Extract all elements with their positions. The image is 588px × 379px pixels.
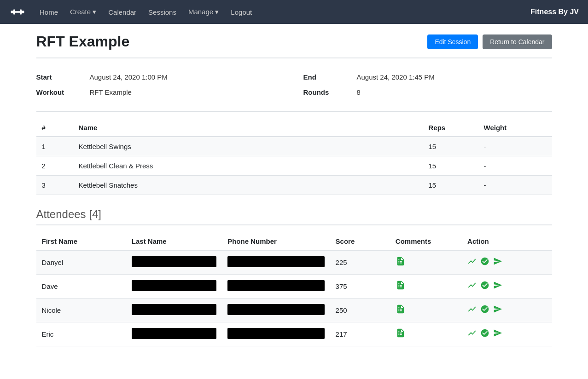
exercise-name: Kettlebell Swings	[73, 137, 423, 156]
start-value: August 24, 2020 1:00 PM	[90, 73, 168, 81]
exercises-table: # Name Reps Weight 1 Kettlebell Swings 1…	[36, 119, 552, 195]
send-icon[interactable]	[493, 281, 502, 292]
start-label: Start	[36, 73, 82, 81]
attendees-tbody: Danyel 225	[36, 250, 552, 346]
svg-rect-2	[13, 10, 15, 15]
attendee-phone	[222, 250, 330, 275]
page-title: RFT Example	[36, 33, 130, 50]
col-header-weight: Weight	[478, 119, 552, 137]
chart-icon[interactable]	[467, 328, 477, 340]
navbar: Home Create ▾ Calendar Sessions Manage ▾…	[0, 0, 588, 24]
attendee-row: Dave 375	[36, 275, 552, 299]
send-icon[interactable]	[493, 328, 502, 340]
rounds-row: Rounds 8	[303, 88, 552, 96]
attendee-firstname: Dave	[36, 275, 126, 299]
attendee-score: 375	[330, 275, 390, 299]
nav-home[interactable]: Home	[35, 6, 63, 19]
attendee-row: Nicole 250	[36, 299, 552, 322]
col-header-comments: Comments	[390, 233, 462, 250]
nav-links: Home Create ▾ Calendar Sessions Manage ▾…	[35, 5, 530, 19]
edit-session-button[interactable]: Edit Session	[427, 34, 478, 49]
rounds-label: Rounds	[303, 88, 349, 96]
chart-icon[interactable]	[467, 304, 477, 316]
comments-icon[interactable]	[396, 306, 406, 316]
attendee-comments	[390, 275, 462, 299]
exercises-thead: # Name Reps Weight	[36, 119, 552, 137]
attendees-table: First Name Last Name Phone Number Score …	[36, 233, 552, 346]
check-circle-icon[interactable]	[480, 281, 489, 292]
nav-create[interactable]: Create ▾	[65, 5, 101, 19]
check-circle-icon[interactable]	[480, 304, 489, 316]
col-header-num: #	[36, 119, 73, 137]
comments-icon[interactable]	[396, 282, 406, 292]
col-header-score: Score	[330, 233, 390, 250]
exercise-num: 2	[36, 156, 73, 176]
workout-label: Workout	[36, 88, 82, 96]
exercise-num: 1	[36, 137, 73, 156]
col-header-phone: Phone Number	[222, 233, 330, 250]
attendee-comments	[390, 322, 462, 346]
session-info: Start August 24, 2020 1:00 PM End August…	[36, 66, 552, 107]
svg-rect-4	[15, 11, 20, 13]
attendee-action	[462, 275, 552, 299]
attendee-row: Danyel 225	[36, 250, 552, 275]
exercise-row: 1 Kettlebell Swings 15 -	[36, 137, 552, 156]
attendees-header: Attendees [4]	[36, 208, 552, 221]
attendees-divider	[36, 224, 552, 225]
nav-sessions[interactable]: Sessions	[144, 6, 181, 19]
attendee-action	[462, 299, 552, 322]
attendee-lastname	[126, 322, 222, 346]
attendee-action	[462, 250, 552, 275]
comments-icon[interactable]	[396, 330, 406, 340]
attendees-count: [4]	[89, 208, 101, 220]
attendee-phone	[222, 322, 330, 346]
attendee-row: Eric 217	[36, 322, 552, 346]
attendee-action	[462, 322, 552, 346]
exercise-weight: -	[478, 137, 552, 156]
col-header-action: Action	[462, 233, 552, 250]
col-header-reps: Reps	[423, 119, 478, 137]
end-label: End	[303, 73, 349, 81]
attendee-score: 217	[330, 322, 390, 346]
attendee-lastname	[126, 299, 222, 322]
check-circle-icon[interactable]	[480, 257, 489, 268]
return-to-calendar-button[interactable]: Return to Calendar	[483, 34, 552, 49]
attendee-score: 250	[330, 299, 390, 322]
attendee-comments	[390, 250, 462, 275]
col-header-lastname: Last Name	[126, 233, 222, 250]
exercise-row: 3 Kettlebell Snatches 15 -	[36, 176, 552, 195]
exercise-reps: 15	[423, 137, 478, 156]
attendee-lastname	[126, 250, 222, 275]
exercises-tbody: 1 Kettlebell Swings 15 - 2 Kettlebell Cl…	[36, 137, 552, 195]
attendees-thead: First Name Last Name Phone Number Score …	[36, 233, 552, 250]
attendee-phone	[222, 299, 330, 322]
attendee-comments	[390, 299, 462, 322]
nav-calendar[interactable]: Calendar	[104, 6, 141, 19]
attendee-lastname	[126, 275, 222, 299]
svg-rect-3	[20, 10, 22, 15]
exercise-name: Kettlebell Clean & Press	[73, 156, 423, 176]
chart-icon[interactable]	[467, 281, 477, 292]
attendee-firstname: Danyel	[36, 250, 126, 275]
header-buttons: Edit Session Return to Calendar	[427, 34, 552, 49]
nav-manage[interactable]: Manage ▾	[184, 5, 223, 19]
attendees-title: Attendees [4]	[36, 208, 552, 221]
nav-logout[interactable]: Logout	[226, 6, 256, 19]
exercise-name: Kettlebell Snatches	[73, 176, 423, 195]
end-row: End August 24, 2020 1:45 PM	[303, 73, 552, 81]
attendee-firstname: Eric	[36, 322, 126, 346]
send-icon[interactable]	[493, 257, 502, 268]
exercise-row: 2 Kettlebell Clean & Press 15 -	[36, 156, 552, 176]
workout-row: Workout RFT Example	[36, 88, 285, 96]
nav-logo	[9, 4, 26, 20]
col-header-name: Name	[73, 119, 423, 137]
page-header: RFT Example Edit Session Return to Calen…	[36, 33, 552, 58]
attendee-phone	[222, 275, 330, 299]
end-value: August 24, 2020 1:45 PM	[357, 73, 435, 81]
comments-icon[interactable]	[396, 258, 406, 268]
rounds-value: 8	[357, 88, 361, 96]
exercise-weight: -	[478, 156, 552, 176]
send-icon[interactable]	[493, 304, 502, 316]
chart-icon[interactable]	[467, 257, 477, 268]
check-circle-icon[interactable]	[480, 328, 489, 340]
